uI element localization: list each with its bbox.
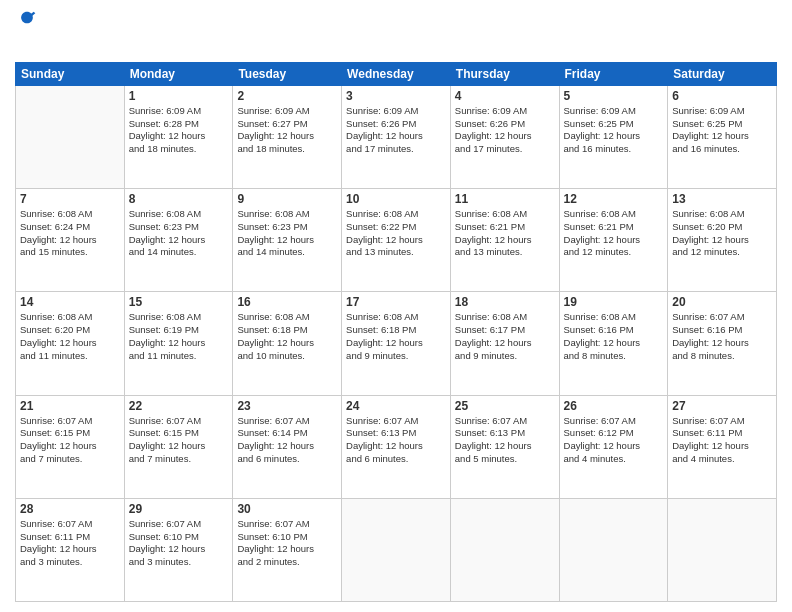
calendar-cell bbox=[16, 85, 125, 188]
day-number: 30 bbox=[237, 502, 337, 516]
day-info: Sunrise: 6:09 AM Sunset: 6:26 PM Dayligh… bbox=[455, 105, 555, 156]
day-number: 22 bbox=[129, 399, 229, 413]
weekday-header-saturday: Saturday bbox=[668, 62, 777, 85]
calendar-cell: 26Sunrise: 6:07 AM Sunset: 6:12 PM Dayli… bbox=[559, 395, 668, 498]
day-info: Sunrise: 6:07 AM Sunset: 6:16 PM Dayligh… bbox=[672, 311, 772, 362]
header bbox=[15, 10, 777, 54]
calendar-cell: 9Sunrise: 6:08 AM Sunset: 6:23 PM Daylig… bbox=[233, 189, 342, 292]
calendar-cell: 28Sunrise: 6:07 AM Sunset: 6:11 PM Dayli… bbox=[16, 498, 125, 601]
day-number: 4 bbox=[455, 89, 555, 103]
calendar-cell: 30Sunrise: 6:07 AM Sunset: 6:10 PM Dayli… bbox=[233, 498, 342, 601]
page: SundayMondayTuesdayWednesdayThursdayFrid… bbox=[0, 0, 792, 612]
day-info: Sunrise: 6:07 AM Sunset: 6:12 PM Dayligh… bbox=[564, 415, 664, 466]
week-row-5: 28Sunrise: 6:07 AM Sunset: 6:11 PM Dayli… bbox=[16, 498, 777, 601]
calendar-cell: 7Sunrise: 6:08 AM Sunset: 6:24 PM Daylig… bbox=[16, 189, 125, 292]
calendar-cell: 18Sunrise: 6:08 AM Sunset: 6:17 PM Dayli… bbox=[450, 292, 559, 395]
weekday-header-friday: Friday bbox=[559, 62, 668, 85]
week-row-2: 7Sunrise: 6:08 AM Sunset: 6:24 PM Daylig… bbox=[16, 189, 777, 292]
calendar-cell bbox=[450, 498, 559, 601]
week-row-4: 21Sunrise: 6:07 AM Sunset: 6:15 PM Dayli… bbox=[16, 395, 777, 498]
calendar-cell: 3Sunrise: 6:09 AM Sunset: 6:26 PM Daylig… bbox=[342, 85, 451, 188]
logo-icon bbox=[17, 10, 37, 30]
calendar-cell: 1Sunrise: 6:09 AM Sunset: 6:28 PM Daylig… bbox=[124, 85, 233, 188]
day-info: Sunrise: 6:07 AM Sunset: 6:10 PM Dayligh… bbox=[129, 518, 229, 569]
day-info: Sunrise: 6:08 AM Sunset: 6:20 PM Dayligh… bbox=[672, 208, 772, 259]
calendar-cell: 10Sunrise: 6:08 AM Sunset: 6:22 PM Dayli… bbox=[342, 189, 451, 292]
day-info: Sunrise: 6:09 AM Sunset: 6:25 PM Dayligh… bbox=[672, 105, 772, 156]
calendar-cell: 13Sunrise: 6:08 AM Sunset: 6:20 PM Dayli… bbox=[668, 189, 777, 292]
day-number: 29 bbox=[129, 502, 229, 516]
day-info: Sunrise: 6:07 AM Sunset: 6:14 PM Dayligh… bbox=[237, 415, 337, 466]
day-number: 16 bbox=[237, 295, 337, 309]
calendar-cell: 2Sunrise: 6:09 AM Sunset: 6:27 PM Daylig… bbox=[233, 85, 342, 188]
calendar-table: SundayMondayTuesdayWednesdayThursdayFrid… bbox=[15, 62, 777, 602]
logo bbox=[15, 10, 37, 54]
week-row-1: 1Sunrise: 6:09 AM Sunset: 6:28 PM Daylig… bbox=[16, 85, 777, 188]
day-number: 27 bbox=[672, 399, 772, 413]
day-info: Sunrise: 6:07 AM Sunset: 6:13 PM Dayligh… bbox=[455, 415, 555, 466]
day-info: Sunrise: 6:08 AM Sunset: 6:21 PM Dayligh… bbox=[455, 208, 555, 259]
day-number: 1 bbox=[129, 89, 229, 103]
day-number: 6 bbox=[672, 89, 772, 103]
day-number: 18 bbox=[455, 295, 555, 309]
calendar-cell: 29Sunrise: 6:07 AM Sunset: 6:10 PM Dayli… bbox=[124, 498, 233, 601]
day-number: 10 bbox=[346, 192, 446, 206]
calendar-cell: 14Sunrise: 6:08 AM Sunset: 6:20 PM Dayli… bbox=[16, 292, 125, 395]
day-info: Sunrise: 6:07 AM Sunset: 6:15 PM Dayligh… bbox=[129, 415, 229, 466]
day-info: Sunrise: 6:09 AM Sunset: 6:25 PM Dayligh… bbox=[564, 105, 664, 156]
weekday-header-monday: Monday bbox=[124, 62, 233, 85]
day-info: Sunrise: 6:08 AM Sunset: 6:23 PM Dayligh… bbox=[129, 208, 229, 259]
calendar-cell: 16Sunrise: 6:08 AM Sunset: 6:18 PM Dayli… bbox=[233, 292, 342, 395]
calendar-cell: 19Sunrise: 6:08 AM Sunset: 6:16 PM Dayli… bbox=[559, 292, 668, 395]
day-info: Sunrise: 6:07 AM Sunset: 6:10 PM Dayligh… bbox=[237, 518, 337, 569]
day-number: 11 bbox=[455, 192, 555, 206]
day-number: 8 bbox=[129, 192, 229, 206]
day-info: Sunrise: 6:07 AM Sunset: 6:11 PM Dayligh… bbox=[20, 518, 120, 569]
day-number: 20 bbox=[672, 295, 772, 309]
calendar-cell: 12Sunrise: 6:08 AM Sunset: 6:21 PM Dayli… bbox=[559, 189, 668, 292]
calendar-cell: 6Sunrise: 6:09 AM Sunset: 6:25 PM Daylig… bbox=[668, 85, 777, 188]
calendar-cell: 8Sunrise: 6:08 AM Sunset: 6:23 PM Daylig… bbox=[124, 189, 233, 292]
day-number: 13 bbox=[672, 192, 772, 206]
day-info: Sunrise: 6:08 AM Sunset: 6:18 PM Dayligh… bbox=[346, 311, 446, 362]
calendar-cell: 5Sunrise: 6:09 AM Sunset: 6:25 PM Daylig… bbox=[559, 85, 668, 188]
day-number: 14 bbox=[20, 295, 120, 309]
day-info: Sunrise: 6:09 AM Sunset: 6:26 PM Dayligh… bbox=[346, 105, 446, 156]
day-number: 17 bbox=[346, 295, 446, 309]
calendar-cell: 25Sunrise: 6:07 AM Sunset: 6:13 PM Dayli… bbox=[450, 395, 559, 498]
calendar-cell: 20Sunrise: 6:07 AM Sunset: 6:16 PM Dayli… bbox=[668, 292, 777, 395]
calendar-cell: 17Sunrise: 6:08 AM Sunset: 6:18 PM Dayli… bbox=[342, 292, 451, 395]
day-number: 7 bbox=[20, 192, 120, 206]
day-number: 3 bbox=[346, 89, 446, 103]
day-info: Sunrise: 6:08 AM Sunset: 6:24 PM Dayligh… bbox=[20, 208, 120, 259]
calendar-cell: 11Sunrise: 6:08 AM Sunset: 6:21 PM Dayli… bbox=[450, 189, 559, 292]
weekday-header-wednesday: Wednesday bbox=[342, 62, 451, 85]
calendar-cell: 15Sunrise: 6:08 AM Sunset: 6:19 PM Dayli… bbox=[124, 292, 233, 395]
day-info: Sunrise: 6:07 AM Sunset: 6:11 PM Dayligh… bbox=[672, 415, 772, 466]
calendar-cell: 22Sunrise: 6:07 AM Sunset: 6:15 PM Dayli… bbox=[124, 395, 233, 498]
day-number: 15 bbox=[129, 295, 229, 309]
weekday-header-row: SundayMondayTuesdayWednesdayThursdayFrid… bbox=[16, 62, 777, 85]
day-number: 5 bbox=[564, 89, 664, 103]
day-info: Sunrise: 6:08 AM Sunset: 6:20 PM Dayligh… bbox=[20, 311, 120, 362]
day-info: Sunrise: 6:08 AM Sunset: 6:18 PM Dayligh… bbox=[237, 311, 337, 362]
calendar-cell: 23Sunrise: 6:07 AM Sunset: 6:14 PM Dayli… bbox=[233, 395, 342, 498]
day-number: 9 bbox=[237, 192, 337, 206]
day-number: 23 bbox=[237, 399, 337, 413]
day-info: Sunrise: 6:08 AM Sunset: 6:23 PM Dayligh… bbox=[237, 208, 337, 259]
day-info: Sunrise: 6:08 AM Sunset: 6:17 PM Dayligh… bbox=[455, 311, 555, 362]
calendar-cell: 24Sunrise: 6:07 AM Sunset: 6:13 PM Dayli… bbox=[342, 395, 451, 498]
day-number: 24 bbox=[346, 399, 446, 413]
day-info: Sunrise: 6:08 AM Sunset: 6:16 PM Dayligh… bbox=[564, 311, 664, 362]
week-row-3: 14Sunrise: 6:08 AM Sunset: 6:20 PM Dayli… bbox=[16, 292, 777, 395]
day-info: Sunrise: 6:08 AM Sunset: 6:19 PM Dayligh… bbox=[129, 311, 229, 362]
day-number: 25 bbox=[455, 399, 555, 413]
day-info: Sunrise: 6:08 AM Sunset: 6:21 PM Dayligh… bbox=[564, 208, 664, 259]
calendar-cell bbox=[342, 498, 451, 601]
day-info: Sunrise: 6:09 AM Sunset: 6:28 PM Dayligh… bbox=[129, 105, 229, 156]
day-number: 2 bbox=[237, 89, 337, 103]
day-info: Sunrise: 6:08 AM Sunset: 6:22 PM Dayligh… bbox=[346, 208, 446, 259]
day-number: 21 bbox=[20, 399, 120, 413]
weekday-header-sunday: Sunday bbox=[16, 62, 125, 85]
weekday-header-tuesday: Tuesday bbox=[233, 62, 342, 85]
